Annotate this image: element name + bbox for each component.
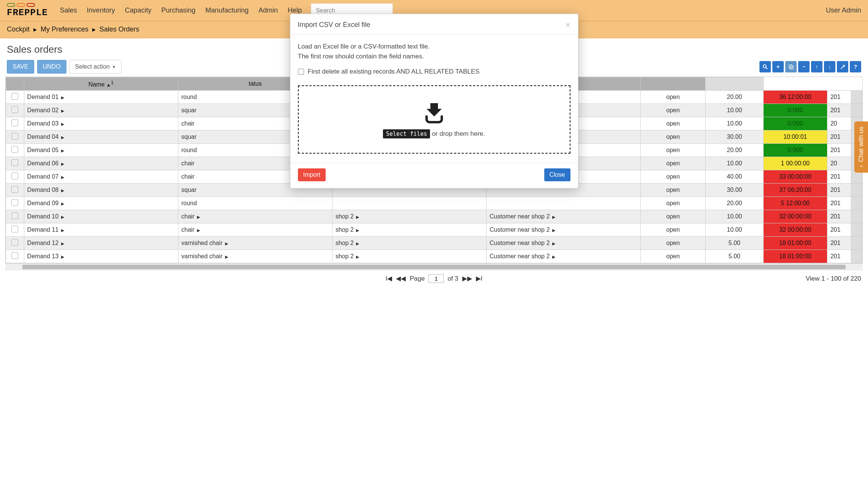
cell-item[interactable]: chair ▶	[178, 223, 332, 237]
cell-name[interactable]: Demand 07 ▶	[24, 170, 178, 184]
cell-name[interactable]: Demand 01 ▶	[24, 91, 178, 104]
page-of: of 3	[447, 275, 458, 283]
row-checkbox[interactable]	[6, 184, 24, 197]
cell-delay: 5 12:00:00	[763, 197, 827, 210]
cell-location[interactable]	[332, 197, 486, 210]
table-row[interactable]: Demand 12 ▶varnished chair ▶shop 2 ▶Cust…	[6, 237, 862, 250]
cell-status: open	[641, 250, 706, 263]
table-row[interactable]: Demand 09 ▶roundopen20.005 12:00:00201	[6, 197, 862, 210]
arrow-down-icon[interactable]: ↓	[824, 61, 835, 72]
undo-button[interactable]: UNDO	[37, 60, 66, 74]
cell-quantity: 5.00	[706, 250, 763, 263]
last-page-icon[interactable]: ▶I	[476, 275, 483, 283]
row-checkbox[interactable]	[6, 157, 24, 170]
row-checkbox[interactable]	[6, 104, 24, 117]
cell-name[interactable]: Demand 03 ▶	[24, 117, 178, 130]
cell-name[interactable]: Demand 12 ▶	[24, 237, 178, 250]
logo[interactable]: FREPPLE	[7, 3, 48, 18]
cell-customer[interactable]: Customer near shop 2 ▶	[487, 237, 641, 250]
row-checkbox[interactable]	[6, 170, 24, 184]
search-icon[interactable]	[759, 61, 771, 72]
header-checkbox[interactable]	[6, 77, 24, 91]
row-checkbox[interactable]	[6, 197, 24, 210]
search-input[interactable]	[311, 7, 392, 14]
question-icon[interactable]: ?	[850, 61, 861, 72]
cell-customer[interactable]: Customer near shop 2 ▶	[487, 210, 641, 223]
select-action-dropdown[interactable]: Select action ▼	[69, 60, 122, 74]
plus-icon[interactable]: ＋	[772, 61, 784, 72]
row-checkbox[interactable]	[6, 130, 24, 144]
page-input[interactable]	[428, 274, 444, 283]
cell-name[interactable]: Demand 08 ▶	[24, 184, 178, 197]
cell-item[interactable]: varnished chair ▶	[178, 250, 332, 263]
close-button[interactable]: Close	[544, 168, 570, 181]
row-checkbox[interactable]	[6, 237, 24, 250]
table-row[interactable]: Demand 10 ▶chair ▶shop 2 ▶Customer near …	[6, 210, 862, 223]
cell-customer[interactable]	[487, 197, 641, 210]
breadcrumb-preferences[interactable]: My Preferences	[41, 25, 88, 33]
chat-tab[interactable]: ‹ Chat with us	[854, 121, 868, 173]
row-checkbox[interactable]	[6, 144, 24, 157]
cell-status: open	[641, 210, 706, 223]
cell-location[interactable]: shop 2 ▶	[332, 223, 486, 237]
next-page-icon[interactable]: ▶▶	[462, 275, 472, 283]
horizontal-scrollbar[interactable]	[5, 264, 863, 270]
wrench-icon[interactable]	[837, 61, 848, 72]
import-button[interactable]: Import	[298, 168, 326, 181]
cell-name[interactable]: Demand 02 ▶	[24, 104, 178, 117]
prev-page-icon[interactable]: ◀◀	[396, 275, 406, 283]
table-row[interactable]: Demand 11 ▶chair ▶shop 2 ▶Customer near …	[6, 223, 862, 237]
toolbar: ＋ － ↑ ↓ ?	[759, 61, 861, 72]
delete-records-input[interactable]	[298, 69, 304, 75]
save-button[interactable]: SAVE	[7, 60, 34, 74]
menu-purchasing[interactable]: Purchasing	[161, 6, 195, 14]
cell-item[interactable]: varnished chair ▶	[178, 237, 332, 250]
download-icon	[423, 101, 446, 124]
cell-name[interactable]: Demand 11 ▶	[24, 223, 178, 237]
dropzone[interactable]: Select files or drop them here.	[298, 85, 570, 154]
cell-name[interactable]: Demand 06 ▶	[24, 157, 178, 170]
cell-name[interactable]: Demand 09 ▶	[24, 197, 178, 210]
cell-customer[interactable]: Customer near shop 2 ▶	[487, 223, 641, 237]
row-checkbox[interactable]	[6, 117, 24, 130]
cell-name[interactable]: Demand 10 ▶	[24, 210, 178, 223]
row-checkbox[interactable]	[6, 91, 24, 104]
menu-admin[interactable]: Admin	[258, 6, 278, 14]
header-name[interactable]: Name ▲1	[24, 77, 178, 91]
cell-name[interactable]: Demand 04 ▶	[24, 130, 178, 144]
breadcrumb-sales-orders[interactable]: Sales Orders	[99, 25, 139, 33]
cell-location[interactable]: shop 2 ▶	[332, 250, 486, 263]
cell-customer[interactable]: Customer near shop 2 ▶	[487, 250, 641, 263]
table-row[interactable]: Demand 13 ▶varnished chair ▶shop 2 ▶Cust…	[6, 250, 862, 263]
menu-manufacturing[interactable]: Manufacturing	[205, 6, 249, 14]
cell-item[interactable]: chair ▶	[178, 210, 332, 223]
select-files-button[interactable]: Select files	[383, 129, 430, 138]
row-checkbox[interactable]	[6, 223, 24, 237]
minus-icon[interactable]: －	[798, 61, 810, 72]
menu-inventory[interactable]: Inventory	[87, 6, 115, 14]
row-checkbox[interactable]	[6, 250, 24, 263]
cell-location[interactable]: shop 2 ▶	[332, 237, 486, 250]
row-checkbox[interactable]	[6, 210, 24, 223]
cell-delay: 10:00:01	[763, 130, 827, 144]
cell-name[interactable]: Demand 13 ▶	[24, 250, 178, 263]
cell-name[interactable]: Demand 05 ▶	[24, 144, 178, 157]
menu-capacity[interactable]: Capacity	[125, 6, 151, 14]
cell-location[interactable]: shop 2 ▶	[332, 210, 486, 223]
copy-icon[interactable]	[785, 61, 797, 72]
header-due[interactable]	[641, 77, 706, 91]
close-icon[interactable]: ×	[566, 21, 570, 29]
cell-item[interactable]: round	[178, 197, 332, 210]
cell-quantity: 20.00	[706, 91, 763, 104]
user-menu[interactable]: User Admin	[826, 6, 861, 14]
arrow-up-icon[interactable]: ↑	[811, 61, 822, 72]
view-range: View 1 - 100 of 220	[806, 275, 861, 283]
menu-help[interactable]: Help	[288, 6, 302, 14]
menu-sales[interactable]: Sales	[60, 6, 77, 14]
cell-delay: 32 00:00:00	[763, 210, 827, 223]
breadcrumb-cockpit[interactable]: Cockpit	[7, 25, 30, 33]
first-page-icon[interactable]: I◀	[386, 275, 392, 283]
cell-quantity: 10.00	[706, 157, 763, 170]
delete-records-checkbox[interactable]: First delete all existing records AND AL…	[298, 68, 570, 75]
cell-status: open	[641, 157, 706, 170]
